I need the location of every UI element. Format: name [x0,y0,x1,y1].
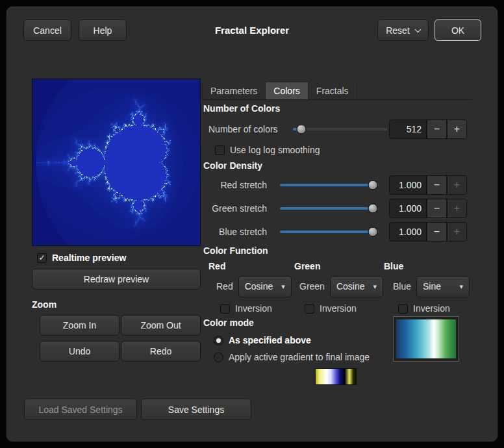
save-settings-button[interactable]: Save Settings [141,399,251,420]
number-of-colors-decrease-button[interactable]: − [427,119,447,139]
log-smoothing-label: Use log log smoothing [230,145,320,155]
zoom-header: Zoom [32,299,57,310]
blue-stretch-value[interactable]: 1.000 [389,222,427,242]
green-stretch-row: Green stretch 1.000 − + [202,198,472,219]
slider-track [280,184,379,186]
apply-gradient-radio[interactable] [214,353,223,362]
red-stretch-row: Red stretch 1.000 − + [202,175,472,195]
load-saved-settings-button[interactable]: Load Saved Settings [24,399,137,420]
blue-stretch-decrease-button[interactable]: − [427,222,447,242]
red-inversion-row: Inversion [220,303,272,314]
blue-column-header: Blue [384,261,403,271]
green-stretch-label: Green stretch [202,203,267,214]
reset-button[interactable]: Reset [377,19,429,41]
tab-colors[interactable]: Colors [266,82,308,99]
slider-fill [280,184,373,186]
radio-dot [216,338,221,343]
realtime-preview-row: ✓ Realtime preview [37,252,126,264]
red-stretch-value[interactable]: 1.000 [389,175,427,195]
slider-handle[interactable] [297,125,307,134]
fractal-preview[interactable] [32,79,201,246]
log-smoothing-row: Use log log smoothing [215,144,320,156]
green-inversion-label: Inversion [320,303,357,314]
number-of-colors-value[interactable]: 512 [389,119,427,139]
green-inversion-row: Inversion [305,303,357,314]
slider-fill [280,230,373,233]
chevron-down-icon: ▾ [373,282,377,291]
green-stretch-increase-button: + [447,199,467,218]
slider-track [280,230,379,233]
red-stretch-decrease-button[interactable]: − [427,175,447,195]
color-density-header: Color Density [203,160,262,171]
red-function-group: Red Cosine ▾ [216,275,292,297]
number-of-colors-header: Number of Colors [203,103,280,114]
chevron-down-icon: ▾ [460,282,464,291]
zoom-in-button[interactable]: Zoom In [40,315,120,336]
zoom-out-button[interactable]: Zoom Out [121,315,201,336]
blue-stretch-label: Blue stretch [202,227,267,237]
check-icon: ✓ [38,254,45,262]
green-function-dropdown[interactable]: Cosine ▾ [330,276,383,297]
blue-stretch-increase-button: + [447,222,467,242]
apply-gradient-row: Apply active gradient to final image [214,351,370,363]
as-specified-label: As specified above [229,335,311,345]
number-of-colors-row: Number of colors 512 − + [202,119,472,140]
blue-inversion-row: Inversion [398,303,450,314]
apply-gradient-label: Apply active gradient to final image [229,352,370,362]
realtime-preview-label: Realtime preview [52,253,126,263]
red-function-label: Red [216,281,233,292]
slider-track [293,128,387,131]
redraw-preview-button[interactable]: Redraw preview [32,269,201,290]
gradient-select-button[interactable] [315,368,357,385]
red-function-dropdown[interactable]: Cosine ▾ [238,276,292,297]
number-of-colors-slider[interactable] [293,119,387,140]
tab-bar: Parameters Colors Fractals [202,82,472,100]
color-function-header: Color Function [203,245,268,256]
red-column-header: Red [208,261,225,271]
chevron-down-icon [414,26,421,32]
fractal-explorer-dialog: Cancel Help Fractal Explorer Reset OK ✓ … [6,6,498,442]
reset-label: Reset [386,25,410,36]
log-smoothing-checkbox[interactable] [215,145,225,155]
tab-fractals[interactable]: Fractals [309,82,357,99]
blue-function-label: Blue [393,281,411,292]
gradient-swatch [396,319,456,358]
dropdown-value: Sine [423,281,441,292]
active-gradient-preview [393,316,459,362]
green-stretch-slider[interactable] [280,198,379,219]
blue-inversion-checkbox[interactable] [398,304,408,314]
redo-button[interactable]: Redo [121,341,201,362]
slider-fill [280,207,373,210]
blue-function-group: Blue Sine ▾ [393,275,470,297]
slider-handle[interactable] [368,180,377,190]
red-inversion-checkbox[interactable] [220,304,230,314]
green-inversion-checkbox[interactable] [305,304,314,314]
green-function-label: Green [299,281,325,292]
color-mode-header: Color mode [203,317,254,328]
slider-handle[interactable] [368,227,377,237]
fractal-preview-canvas[interactable] [32,79,200,245]
dropdown-value: Cosine [245,281,273,292]
red-stretch-label: Red stretch [202,180,267,190]
green-stretch-decrease-button[interactable]: − [427,199,447,218]
tab-parameters[interactable]: Parameters [202,82,266,99]
blue-function-dropdown[interactable]: Sine ▾ [416,276,470,297]
number-of-colors-increase-button[interactable]: + [447,119,467,139]
red-inversion-label: Inversion [235,303,272,314]
red-stretch-slider[interactable] [280,175,379,195]
realtime-preview-checkbox[interactable]: ✓ [37,253,47,263]
blue-inversion-label: Inversion [413,303,450,314]
slider-handle[interactable] [368,204,377,214]
as-specified-row: As specified above [214,334,311,346]
green-function-group: Green Cosine ▾ [299,275,383,297]
blue-stretch-row: Blue stretch 1.000 − + [202,221,472,242]
green-stretch-value[interactable]: 1.000 [389,199,427,218]
as-specified-radio[interactable] [214,336,223,345]
green-column-header: Green [294,261,320,271]
slider-track [280,207,379,210]
ok-button[interactable]: OK [435,19,481,41]
blue-stretch-slider[interactable] [280,221,379,242]
chevron-down-icon: ▾ [281,282,285,291]
red-stretch-increase-button: + [447,175,467,195]
undo-button[interactable]: Undo [40,341,120,362]
